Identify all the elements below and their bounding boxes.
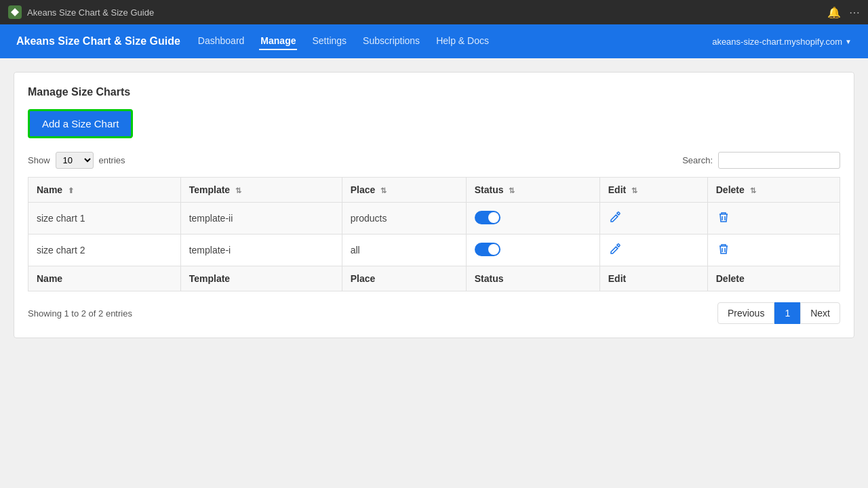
- browser-bar: Akeans Size Chart & Size Guide 🔔 ⋯: [0, 0, 868, 24]
- search-area: Search:: [682, 152, 840, 169]
- cell-status: [466, 203, 599, 235]
- entries-per-page-select[interactable]: 10 25 50 100: [56, 152, 94, 169]
- cell-delete: [707, 235, 840, 266]
- nav-help-docs[interactable]: Help & Docs: [435, 33, 490, 50]
- col-place[interactable]: Place ⇅: [342, 178, 466, 203]
- sort-name-icon: ⬆: [68, 186, 74, 195]
- app-title: Akeans Size Chart & Size Guide: [16, 35, 180, 47]
- cell-edit: [599, 235, 707, 266]
- show-label: Show: [28, 155, 50, 165]
- table-controls: Show 10 25 50 100 entries Search:: [28, 152, 840, 169]
- nav-links: Dashboard Manage Settings Subscriptions …: [197, 33, 696, 50]
- col-delete[interactable]: Delete ⇅: [707, 178, 840, 203]
- cell-name: size chart 2: [28, 235, 181, 266]
- table-header-row: Name ⬆ Template ⇅ Place ⇅ Status ⇅: [28, 178, 840, 203]
- cell-template: template-i: [180, 235, 342, 266]
- table-row: size chart 2 template-i all: [28, 235, 840, 266]
- cell-name: size chart 1: [28, 203, 181, 235]
- cell-status: [466, 235, 599, 266]
- cell-edit: [599, 203, 707, 235]
- main-content: Manage Size Charts Add a Size Chart Show…: [0, 58, 868, 488]
- next-button[interactable]: Next: [800, 302, 840, 324]
- footer-cell: Status: [466, 266, 599, 291]
- nav-settings[interactable]: Settings: [311, 33, 348, 50]
- col-name[interactable]: Name ⬆: [28, 178, 181, 203]
- sort-status-icon: ⇅: [509, 186, 515, 195]
- cell-place: all: [342, 235, 466, 266]
- chevron-down-icon: ▼: [845, 38, 852, 45]
- edit-button[interactable]: [608, 209, 623, 227]
- col-template[interactable]: Template ⇅: [180, 178, 342, 203]
- status-toggle[interactable]: [475, 243, 500, 256]
- table-footer-row: NameTemplatePlaceStatusEditDelete: [28, 266, 840, 291]
- previous-button[interactable]: Previous: [717, 302, 774, 324]
- pagination-row: Showing 1 to 2 of 2 entries Previous 1 N…: [28, 302, 840, 324]
- footer-cell: Place: [342, 266, 466, 291]
- app-nav: Akeans Size Chart & Size Guide Dashboard…: [0, 24, 868, 58]
- delete-button[interactable]: [716, 209, 731, 227]
- nav-manage[interactable]: Manage: [259, 33, 297, 50]
- entries-label: entries: [99, 155, 125, 165]
- manage-card: Manage Size Charts Add a Size Chart Show…: [14, 72, 854, 338]
- delete-button[interactable]: [716, 241, 731, 259]
- add-size-chart-button[interactable]: Add a Size Chart: [28, 109, 133, 138]
- showing-text: Showing 1 to 2 of 2 entries: [28, 308, 132, 319]
- browser-title: Akeans Size Chart & Size Guide: [27, 7, 822, 18]
- sort-place-icon: ⇅: [380, 186, 387, 195]
- notification-icon[interactable]: 🔔: [827, 6, 841, 19]
- search-label: Search:: [682, 155, 713, 165]
- browser-app-icon: [8, 5, 22, 19]
- table-row: size chart 1 template-ii products: [28, 203, 840, 235]
- nav-subscriptions[interactable]: Subscriptions: [361, 33, 421, 50]
- browser-actions: 🔔 ⋯: [827, 6, 860, 19]
- sort-template-icon: ⇅: [235, 186, 241, 195]
- sort-edit-icon: ⇅: [631, 186, 637, 195]
- footer-cell: Name: [28, 266, 181, 291]
- footer-cell: Edit: [599, 266, 707, 291]
- footer-cell: Delete: [707, 266, 840, 291]
- nav-dashboard[interactable]: Dashboard: [197, 33, 246, 50]
- cell-place: products: [342, 203, 466, 235]
- store-name: akeans-size-chart.myshopify.com: [712, 37, 842, 47]
- col-status[interactable]: Status ⇅: [466, 178, 599, 203]
- col-edit[interactable]: Edit ⇅: [599, 178, 707, 203]
- cell-template: template-ii: [180, 203, 342, 235]
- cell-delete: [707, 203, 840, 235]
- search-input[interactable]: [718, 152, 840, 169]
- size-charts-table: Name ⬆ Template ⇅ Place ⇅ Status ⇅: [28, 177, 840, 291]
- show-entries-control: Show 10 25 50 100 entries: [28, 152, 125, 169]
- sort-delete-icon: ⇅: [750, 186, 756, 195]
- pagination-buttons: Previous 1 Next: [717, 302, 840, 324]
- more-options-icon[interactable]: ⋯: [849, 6, 860, 19]
- status-toggle[interactable]: [475, 211, 500, 224]
- store-selector[interactable]: akeans-size-chart.myshopify.com ▼: [712, 37, 852, 47]
- edit-button[interactable]: [608, 241, 623, 259]
- card-title: Manage Size Charts: [28, 86, 840, 98]
- footer-cell: Template: [180, 266, 342, 291]
- page-1-button[interactable]: 1: [774, 302, 800, 324]
